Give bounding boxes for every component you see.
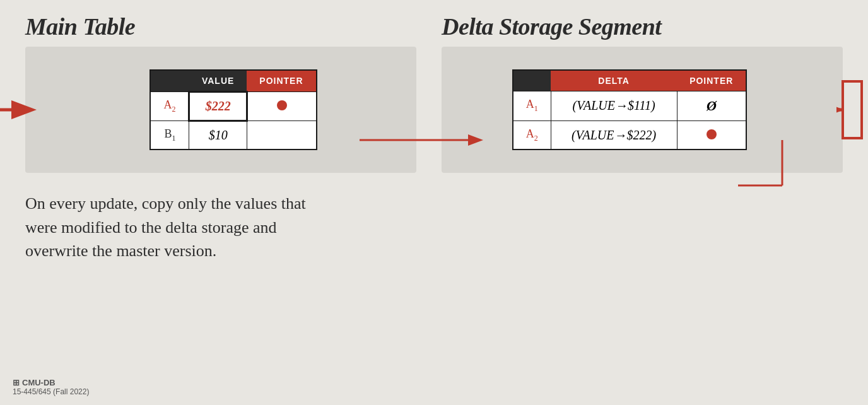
- main-row-a2-pointer: [247, 91, 316, 120]
- svg-rect-2: [843, 81, 862, 138]
- delta-header-pointer: POINTER: [677, 70, 746, 91]
- delta-row-a2: A2 (VALUE→$222): [513, 120, 747, 150]
- delta-row-a2-pointer: [677, 120, 746, 150]
- delta-table-box: DELTA POINTER A1 (VALUE→$111) Ø A2 (VALU…: [442, 47, 843, 173]
- main-row-b1-label: B1: [150, 120, 189, 150]
- main-header-pointer: POINTER: [247, 70, 316, 92]
- main-table-title: Main Table: [25, 13, 429, 40]
- right-bracket-icon: [836, 78, 868, 141]
- footer-logo-icon: ⊞: [13, 378, 20, 387]
- pointer-dot-a2: [277, 100, 287, 110]
- footer: ⊞ CMU-DB 15-445/645 (Fall 2022): [13, 378, 89, 396]
- delta-row-a1-value: (VALUE→$111): [551, 91, 677, 120]
- main-row-a2-value: $222: [189, 91, 247, 120]
- delta-table: DELTA POINTER A1 (VALUE→$111) Ø A2 (VALU…: [512, 69, 748, 151]
- main-row-a2: A2 $222: [150, 91, 316, 120]
- tables-row: VALUE POINTER A2 $222 B: [25, 47, 843, 173]
- main-header-empty: [150, 70, 189, 92]
- footer-logo: ⊞ CMU-DB: [13, 378, 89, 387]
- delta-row-a1-pointer: Ø: [677, 91, 746, 120]
- page-container: Main Table Delta Storage Segment: [0, 0, 868, 405]
- main-table: VALUE POINTER A2 $222 B: [150, 69, 317, 151]
- footer-course: 15-445/645 (Fall 2022): [13, 387, 89, 396]
- delta-row-a1: A1 (VALUE→$111) Ø: [513, 91, 747, 120]
- main-row-b1-pointer: [247, 120, 316, 150]
- left-arrow-icon: [0, 98, 38, 121]
- pointer-dot-delta-a2: [707, 129, 717, 139]
- delta-row-a2-label: A2: [513, 120, 551, 150]
- description-text: On every update, copy only the values th…: [25, 192, 341, 263]
- delta-row-a1-label: A1: [513, 91, 551, 120]
- main-table-box: VALUE POINTER A2 $222 B: [25, 47, 416, 173]
- main-row-a2-label: A2: [150, 91, 189, 120]
- main-row-b1: B1 $10: [150, 120, 316, 150]
- footer-logo-text: CMU-DB: [22, 378, 56, 387]
- main-header-value: VALUE: [189, 70, 247, 92]
- delta-header-empty: [513, 70, 551, 91]
- titles-row: Main Table Delta Storage Segment: [25, 13, 843, 40]
- tables-wrapper: VALUE POINTER A2 $222 B: [25, 47, 843, 173]
- delta-row-a2-value: (VALUE→$222): [551, 120, 677, 150]
- main-row-b1-value: $10: [189, 120, 247, 150]
- delta-header-delta: DELTA: [551, 70, 677, 91]
- delta-table-title: Delta Storage Segment: [442, 13, 843, 40]
